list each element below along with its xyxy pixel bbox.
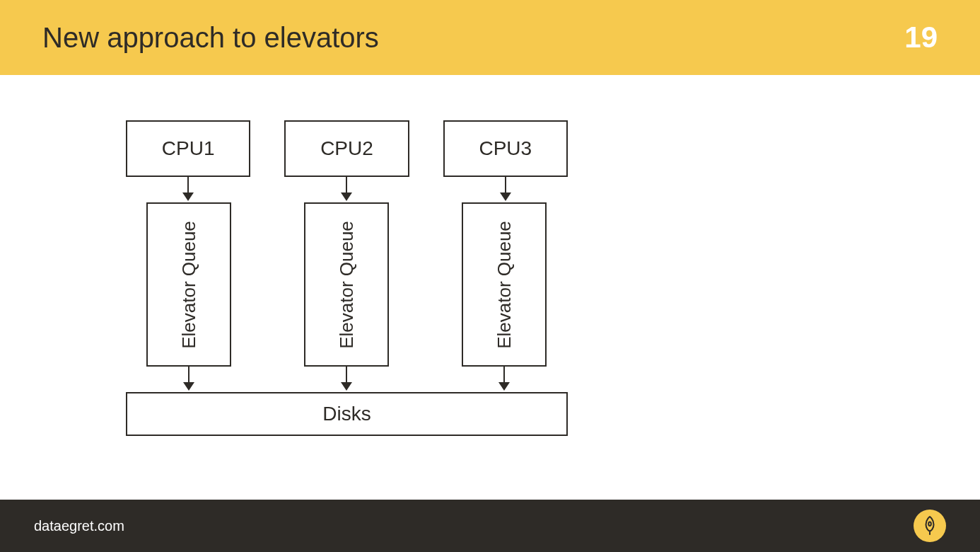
queue-label: Elevator Queue [336, 221, 358, 349]
elevator-queue-1: Elevator Queue [146, 202, 231, 367]
disks-box: Disks [126, 392, 568, 436]
brand-logo-icon [914, 510, 946, 542]
arrow-down-icon [498, 177, 513, 202]
page-number: 19 [904, 21, 938, 54]
arrow-down-icon [497, 367, 511, 392]
slide-title: New approach to elevators [42, 22, 379, 54]
arrow-down-icon [182, 367, 196, 392]
queue-label: Elevator Queue [178, 221, 200, 349]
queue-label: Elevator Queue [494, 221, 515, 349]
cpu2-box: CPU2 [284, 120, 409, 177]
slide-footer: dataegret.com [0, 500, 980, 552]
elevator-queue-3: Elevator Queue [462, 202, 547, 367]
cpu-row: CPU1 CPU2 CPU3 [126, 120, 568, 177]
architecture-diagram: CPU1 CPU2 CPU3 Elevator Queue Elevator Q… [126, 120, 568, 436]
arrow-row-bottom [146, 367, 568, 392]
cpu3-box: CPU3 [443, 120, 568, 177]
queue-row: Elevator Queue Elevator Queue Elevator Q… [146, 202, 568, 367]
footer-text: dataegret.com [34, 518, 124, 534]
arrow-down-icon [181, 177, 195, 202]
arrow-row-top [126, 177, 568, 202]
elevator-queue-2: Elevator Queue [304, 202, 389, 367]
slide-header: New approach to elevators 19 [0, 0, 980, 75]
arrow-down-icon [339, 177, 354, 202]
arrow-down-icon [339, 367, 354, 392]
cpu1-box: CPU1 [126, 120, 250, 177]
